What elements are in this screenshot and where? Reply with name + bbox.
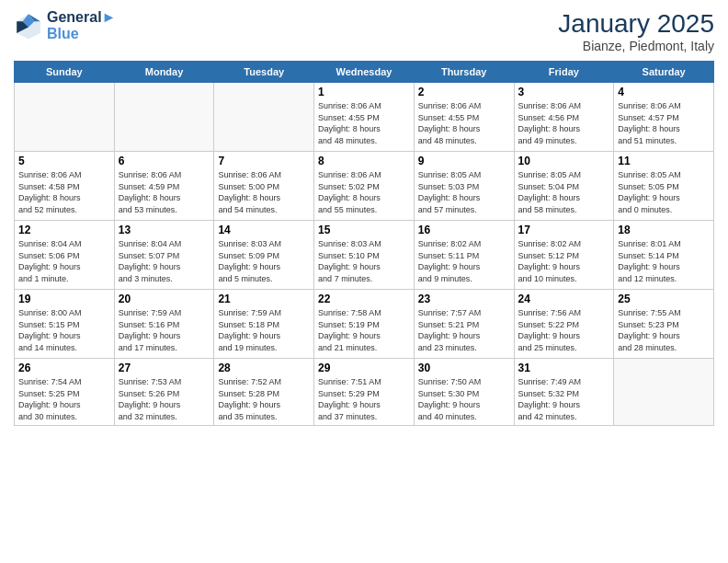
day-info: Sunrise: 8:03 AMSunset: 5:09 PMDaylight:… (218, 238, 310, 284)
calendar-cell: 15Sunrise: 8:03 AMSunset: 5:10 PMDayligh… (314, 221, 415, 290)
calendar-cell: 26Sunrise: 7:54 AMSunset: 5:25 PMDayligh… (15, 359, 115, 426)
calendar-cell (614, 359, 714, 426)
calendar-week-row: 26Sunrise: 7:54 AMSunset: 5:25 PMDayligh… (15, 359, 714, 426)
calendar-cell: 13Sunrise: 8:04 AMSunset: 5:07 PMDayligh… (114, 221, 214, 290)
day-number: 4 (618, 86, 710, 98)
day-number: 2 (418, 86, 510, 98)
day-number: 7 (218, 155, 310, 167)
calendar-cell: 16Sunrise: 8:02 AMSunset: 5:11 PMDayligh… (414, 221, 514, 290)
calendar-cell: 1Sunrise: 8:06 AMSunset: 4:55 PMDaylight… (314, 83, 415, 152)
calendar-cell: 12Sunrise: 8:04 AMSunset: 5:06 PMDayligh… (15, 221, 115, 290)
logo-text: General► Blue (47, 9, 116, 42)
day-number: 3 (518, 86, 610, 98)
day-info: Sunrise: 7:57 AMSunset: 5:21 PMDaylight:… (418, 307, 510, 353)
day-info: Sunrise: 8:06 AMSunset: 4:59 PMDaylight:… (119, 169, 210, 215)
calendar-cell: 2Sunrise: 8:06 AMSunset: 4:55 PMDaylight… (414, 83, 514, 152)
calendar-cell: 14Sunrise: 8:03 AMSunset: 5:09 PMDayligh… (214, 221, 314, 290)
day-info: Sunrise: 8:05 AMSunset: 5:04 PMDaylight:… (518, 169, 610, 215)
day-number: 8 (318, 155, 410, 167)
calendar-cell: 23Sunrise: 7:57 AMSunset: 5:21 PMDayligh… (414, 290, 514, 359)
day-number: 26 (18, 362, 110, 374)
calendar-week-row: 1Sunrise: 8:06 AMSunset: 4:55 PMDaylight… (15, 83, 714, 152)
weekday-header: Saturday (614, 62, 714, 83)
calendar-cell: 30Sunrise: 7:50 AMSunset: 5:30 PMDayligh… (414, 359, 514, 426)
day-info: Sunrise: 7:49 AMSunset: 5:32 PMDaylight:… (518, 376, 610, 422)
calendar-cell (15, 83, 115, 152)
day-number: 18 (618, 224, 710, 236)
day-number: 30 (418, 362, 510, 374)
calendar-header-row: SundayMondayTuesdayWednesdayThursdayFrid… (15, 62, 714, 83)
title-area: January 2025 Bianze, Piedmont, Italy (558, 9, 714, 53)
calendar-cell: 6Sunrise: 8:06 AMSunset: 4:59 PMDaylight… (114, 152, 214, 221)
day-info: Sunrise: 8:02 AMSunset: 5:11 PMDaylight:… (418, 238, 510, 284)
day-number: 29 (318, 362, 410, 374)
day-number: 21 (218, 293, 310, 305)
day-info: Sunrise: 7:58 AMSunset: 5:19 PMDaylight:… (318, 307, 410, 353)
weekday-header: Monday (114, 62, 214, 83)
day-number: 24 (518, 293, 610, 305)
calendar-cell (214, 83, 314, 152)
weekday-header: Friday (514, 62, 614, 83)
calendar-week-row: 19Sunrise: 8:00 AMSunset: 5:15 PMDayligh… (15, 290, 714, 359)
calendar-cell: 19Sunrise: 8:00 AMSunset: 5:15 PMDayligh… (15, 290, 115, 359)
day-number: 22 (318, 293, 410, 305)
day-number: 25 (618, 293, 710, 305)
day-info: Sunrise: 7:52 AMSunset: 5:28 PMDaylight:… (218, 376, 310, 422)
calendar-cell: 24Sunrise: 7:56 AMSunset: 5:22 PMDayligh… (514, 290, 614, 359)
day-info: Sunrise: 8:05 AMSunset: 5:03 PMDaylight:… (418, 169, 510, 215)
calendar-cell (114, 83, 214, 152)
day-info: Sunrise: 8:01 AMSunset: 5:14 PMDaylight:… (618, 238, 710, 284)
calendar-cell: 27Sunrise: 7:53 AMSunset: 5:26 PMDayligh… (114, 359, 214, 426)
day-info: Sunrise: 7:54 AMSunset: 5:25 PMDaylight:… (18, 376, 110, 422)
calendar-cell: 4Sunrise: 8:06 AMSunset: 4:57 PMDaylight… (614, 83, 714, 152)
calendar-cell: 22Sunrise: 7:58 AMSunset: 5:19 PMDayligh… (314, 290, 415, 359)
day-info: Sunrise: 8:06 AMSunset: 4:55 PMDaylight:… (318, 100, 410, 146)
day-number: 14 (218, 224, 310, 236)
calendar-cell: 3Sunrise: 8:06 AMSunset: 4:56 PMDaylight… (514, 83, 614, 152)
day-info: Sunrise: 7:55 AMSunset: 5:23 PMDaylight:… (618, 307, 710, 353)
day-info: Sunrise: 8:00 AMSunset: 5:15 PMDaylight:… (18, 307, 110, 353)
day-info: Sunrise: 7:59 AMSunset: 5:18 PMDaylight:… (218, 307, 310, 353)
day-info: Sunrise: 8:06 AMSunset: 5:02 PMDaylight:… (318, 169, 410, 215)
day-number: 15 (318, 224, 410, 236)
day-number: 12 (18, 224, 110, 236)
calendar-cell: 18Sunrise: 8:01 AMSunset: 5:14 PMDayligh… (614, 221, 714, 290)
weekday-header: Wednesday (314, 62, 415, 83)
day-info: Sunrise: 8:06 AMSunset: 4:56 PMDaylight:… (518, 100, 610, 146)
day-info: Sunrise: 7:59 AMSunset: 5:16 PMDaylight:… (119, 307, 210, 353)
day-number: 20 (119, 293, 210, 305)
header: General► Blue January 2025 Bianze, Piedm… (14, 9, 714, 53)
day-number: 6 (119, 155, 210, 167)
calendar-cell: 29Sunrise: 7:51 AMSunset: 5:29 PMDayligh… (314, 359, 415, 426)
day-info: Sunrise: 7:51 AMSunset: 5:29 PMDaylight:… (318, 376, 410, 422)
calendar-cell: 5Sunrise: 8:06 AMSunset: 4:58 PMDaylight… (15, 152, 115, 221)
day-info: Sunrise: 8:05 AMSunset: 5:05 PMDaylight:… (618, 169, 710, 215)
logo: General► Blue (14, 9, 116, 42)
month-title: January 2025 (558, 9, 714, 39)
logo-icon (14, 11, 43, 40)
day-info: Sunrise: 8:04 AMSunset: 5:06 PMDaylight:… (18, 238, 110, 284)
calendar-cell: 9Sunrise: 8:05 AMSunset: 5:03 PMDaylight… (414, 152, 514, 221)
weekday-header: Tuesday (214, 62, 314, 83)
calendar-cell: 7Sunrise: 8:06 AMSunset: 5:00 PMDaylight… (214, 152, 314, 221)
day-number: 11 (618, 155, 710, 167)
day-info: Sunrise: 8:06 AMSunset: 4:57 PMDaylight:… (618, 100, 710, 146)
day-number: 1 (318, 86, 410, 98)
day-number: 28 (218, 362, 310, 374)
day-info: Sunrise: 7:53 AMSunset: 5:26 PMDaylight:… (119, 376, 210, 422)
calendar-cell: 21Sunrise: 7:59 AMSunset: 5:18 PMDayligh… (214, 290, 314, 359)
calendar-cell: 10Sunrise: 8:05 AMSunset: 5:04 PMDayligh… (514, 152, 614, 221)
day-info: Sunrise: 8:06 AMSunset: 5:00 PMDaylight:… (218, 169, 310, 215)
weekday-header: Thursday (414, 62, 514, 83)
day-info: Sunrise: 8:06 AMSunset: 4:55 PMDaylight:… (418, 100, 510, 146)
calendar-cell: 25Sunrise: 7:55 AMSunset: 5:23 PMDayligh… (614, 290, 714, 359)
day-number: 17 (518, 224, 610, 236)
day-number: 10 (518, 155, 610, 167)
calendar-week-row: 12Sunrise: 8:04 AMSunset: 5:06 PMDayligh… (15, 221, 714, 290)
calendar-cell: 20Sunrise: 7:59 AMSunset: 5:16 PMDayligh… (114, 290, 214, 359)
calendar-cell: 11Sunrise: 8:05 AMSunset: 5:05 PMDayligh… (614, 152, 714, 221)
day-info: Sunrise: 8:04 AMSunset: 5:07 PMDaylight:… (119, 238, 210, 284)
day-info: Sunrise: 8:02 AMSunset: 5:12 PMDaylight:… (518, 238, 610, 284)
day-number: 27 (119, 362, 210, 374)
subtitle: Bianze, Piedmont, Italy (558, 39, 714, 53)
